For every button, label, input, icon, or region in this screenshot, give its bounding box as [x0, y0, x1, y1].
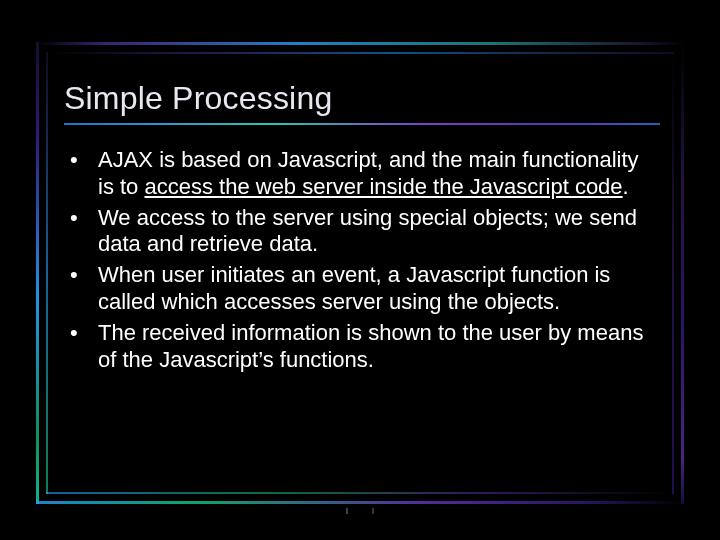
list-item: AJAX is based on Javascript, and the mai…: [92, 147, 660, 201]
bullet-text-post: .: [623, 174, 629, 199]
frame-ticks: [346, 508, 376, 514]
bullet-text-pre: We access to the server using special ob…: [98, 205, 637, 257]
bullet-text-pre: When user initiates an event, a Javascri…: [98, 262, 610, 314]
bullet-list: AJAX is based on Javascript, and the mai…: [64, 147, 660, 374]
title-underline: [64, 123, 660, 125]
list-item: When user initiates an event, a Javascri…: [92, 262, 660, 316]
list-item: The received information is shown to the…: [92, 320, 660, 374]
slide-content: Simple Processing AJAX is based on Javas…: [64, 80, 660, 378]
list-item: We access to the server using special ob…: [92, 205, 660, 259]
slide-title: Simple Processing: [64, 80, 660, 117]
bullet-text-underlined: access the web server inside the Javascr…: [144, 174, 622, 199]
bullet-text-pre: The received information is shown to the…: [98, 320, 643, 372]
